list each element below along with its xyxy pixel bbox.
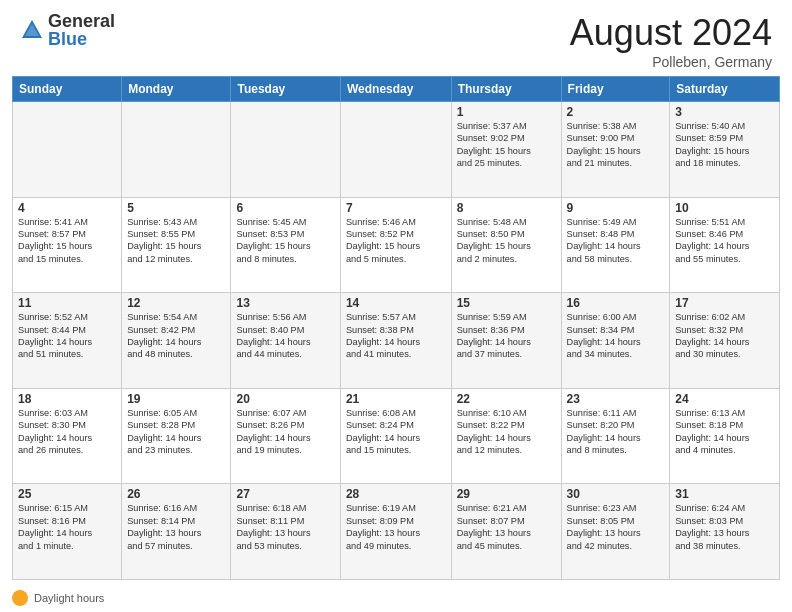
logo-general: General (48, 12, 115, 30)
day-info: Sunrise: 6:00 AM Sunset: 8:34 PM Dayligh… (567, 311, 665, 361)
calendar-cell: 24Sunrise: 6:13 AM Sunset: 8:18 PM Dayli… (670, 388, 780, 484)
calendar-cell: 4Sunrise: 5:41 AM Sunset: 8:57 PM Daylig… (13, 197, 122, 293)
day-header-saturday: Saturday (670, 77, 780, 102)
day-info: Sunrise: 6:15 AM Sunset: 8:16 PM Dayligh… (18, 502, 116, 552)
day-number: 14 (346, 296, 446, 310)
day-number: 29 (457, 487, 556, 501)
day-number: 16 (567, 296, 665, 310)
week-row-1: 1Sunrise: 5:37 AM Sunset: 9:02 PM Daylig… (13, 102, 780, 198)
calendar-cell: 30Sunrise: 6:23 AM Sunset: 8:05 PM Dayli… (561, 484, 670, 580)
day-info: Sunrise: 5:59 AM Sunset: 8:36 PM Dayligh… (457, 311, 556, 361)
day-info: Sunrise: 6:08 AM Sunset: 8:24 PM Dayligh… (346, 407, 446, 457)
calendar-cell: 16Sunrise: 6:00 AM Sunset: 8:34 PM Dayli… (561, 293, 670, 389)
calendar-cell: 6Sunrise: 5:45 AM Sunset: 8:53 PM Daylig… (231, 197, 340, 293)
day-info: Sunrise: 5:52 AM Sunset: 8:44 PM Dayligh… (18, 311, 116, 361)
footer-label: Daylight hours (34, 592, 104, 604)
day-number: 3 (675, 105, 774, 119)
calendar-cell: 7Sunrise: 5:46 AM Sunset: 8:52 PM Daylig… (340, 197, 451, 293)
logo-blue: Blue (48, 30, 115, 48)
day-info: Sunrise: 5:54 AM Sunset: 8:42 PM Dayligh… (127, 311, 225, 361)
calendar-cell: 2Sunrise: 5:38 AM Sunset: 9:00 PM Daylig… (561, 102, 670, 198)
calendar-cell: 19Sunrise: 6:05 AM Sunset: 8:28 PM Dayli… (122, 388, 231, 484)
day-number: 5 (127, 201, 225, 215)
day-info: Sunrise: 6:21 AM Sunset: 8:07 PM Dayligh… (457, 502, 556, 552)
calendar-cell: 1Sunrise: 5:37 AM Sunset: 9:02 PM Daylig… (451, 102, 561, 198)
day-number: 7 (346, 201, 446, 215)
calendar-cell: 5Sunrise: 5:43 AM Sunset: 8:55 PM Daylig… (122, 197, 231, 293)
header: General Blue August 2024 Polleben, Germa… (0, 0, 792, 76)
logo-icon (20, 18, 44, 42)
week-row-5: 25Sunrise: 6:15 AM Sunset: 8:16 PM Dayli… (13, 484, 780, 580)
day-info: Sunrise: 5:41 AM Sunset: 8:57 PM Dayligh… (18, 216, 116, 266)
day-number: 12 (127, 296, 225, 310)
day-number: 4 (18, 201, 116, 215)
calendar-cell: 31Sunrise: 6:24 AM Sunset: 8:03 PM Dayli… (670, 484, 780, 580)
week-row-2: 4Sunrise: 5:41 AM Sunset: 8:57 PM Daylig… (13, 197, 780, 293)
calendar-cell (340, 102, 451, 198)
day-number: 23 (567, 392, 665, 406)
day-info: Sunrise: 5:38 AM Sunset: 9:00 PM Dayligh… (567, 120, 665, 170)
day-info: Sunrise: 5:45 AM Sunset: 8:53 PM Dayligh… (236, 216, 334, 266)
day-number: 8 (457, 201, 556, 215)
day-header-monday: Monday (122, 77, 231, 102)
sun-icon (12, 590, 28, 606)
day-number: 15 (457, 296, 556, 310)
day-number: 11 (18, 296, 116, 310)
day-info: Sunrise: 5:48 AM Sunset: 8:50 PM Dayligh… (457, 216, 556, 266)
calendar-table: SundayMondayTuesdayWednesdayThursdayFrid… (12, 76, 780, 580)
calendar-cell: 18Sunrise: 6:03 AM Sunset: 8:30 PM Dayli… (13, 388, 122, 484)
day-number: 9 (567, 201, 665, 215)
day-info: Sunrise: 5:56 AM Sunset: 8:40 PM Dayligh… (236, 311, 334, 361)
calendar-cell: 25Sunrise: 6:15 AM Sunset: 8:16 PM Dayli… (13, 484, 122, 580)
calendar-cell (122, 102, 231, 198)
logo: General Blue (20, 12, 115, 48)
day-number: 19 (127, 392, 225, 406)
day-number: 18 (18, 392, 116, 406)
day-number: 27 (236, 487, 334, 501)
day-info: Sunrise: 5:43 AM Sunset: 8:55 PM Dayligh… (127, 216, 225, 266)
day-info: Sunrise: 5:51 AM Sunset: 8:46 PM Dayligh… (675, 216, 774, 266)
calendar-cell: 20Sunrise: 6:07 AM Sunset: 8:26 PM Dayli… (231, 388, 340, 484)
footer: Daylight hours (0, 588, 792, 612)
header-row: SundayMondayTuesdayWednesdayThursdayFrid… (13, 77, 780, 102)
day-number: 31 (675, 487, 774, 501)
day-number: 28 (346, 487, 446, 501)
day-number: 21 (346, 392, 446, 406)
calendar: SundayMondayTuesdayWednesdayThursdayFrid… (0, 76, 792, 588)
day-number: 30 (567, 487, 665, 501)
day-number: 10 (675, 201, 774, 215)
day-info: Sunrise: 6:07 AM Sunset: 8:26 PM Dayligh… (236, 407, 334, 457)
day-number: 25 (18, 487, 116, 501)
calendar-cell: 14Sunrise: 5:57 AM Sunset: 8:38 PM Dayli… (340, 293, 451, 389)
day-info: Sunrise: 5:49 AM Sunset: 8:48 PM Dayligh… (567, 216, 665, 266)
calendar-cell: 21Sunrise: 6:08 AM Sunset: 8:24 PM Dayli… (340, 388, 451, 484)
week-row-4: 18Sunrise: 6:03 AM Sunset: 8:30 PM Dayli… (13, 388, 780, 484)
day-info: Sunrise: 6:05 AM Sunset: 8:28 PM Dayligh… (127, 407, 225, 457)
day-info: Sunrise: 6:02 AM Sunset: 8:32 PM Dayligh… (675, 311, 774, 361)
day-info: Sunrise: 6:24 AM Sunset: 8:03 PM Dayligh… (675, 502, 774, 552)
day-info: Sunrise: 6:10 AM Sunset: 8:22 PM Dayligh… (457, 407, 556, 457)
logo-text: General Blue (48, 12, 115, 48)
day-header-tuesday: Tuesday (231, 77, 340, 102)
day-info: Sunrise: 6:03 AM Sunset: 8:30 PM Dayligh… (18, 407, 116, 457)
day-info: Sunrise: 6:16 AM Sunset: 8:14 PM Dayligh… (127, 502, 225, 552)
day-info: Sunrise: 6:11 AM Sunset: 8:20 PM Dayligh… (567, 407, 665, 457)
calendar-cell: 17Sunrise: 6:02 AM Sunset: 8:32 PM Dayli… (670, 293, 780, 389)
calendar-cell: 12Sunrise: 5:54 AM Sunset: 8:42 PM Dayli… (122, 293, 231, 389)
calendar-cell: 13Sunrise: 5:56 AM Sunset: 8:40 PM Dayli… (231, 293, 340, 389)
calendar-cell (231, 102, 340, 198)
title-area: August 2024 Polleben, Germany (570, 12, 772, 70)
day-info: Sunrise: 6:23 AM Sunset: 8:05 PM Dayligh… (567, 502, 665, 552)
day-number: 20 (236, 392, 334, 406)
calendar-cell: 28Sunrise: 6:19 AM Sunset: 8:09 PM Dayli… (340, 484, 451, 580)
day-info: Sunrise: 5:46 AM Sunset: 8:52 PM Dayligh… (346, 216, 446, 266)
day-number: 1 (457, 105, 556, 119)
day-header-wednesday: Wednesday (340, 77, 451, 102)
calendar-cell: 27Sunrise: 6:18 AM Sunset: 8:11 PM Dayli… (231, 484, 340, 580)
day-info: Sunrise: 5:57 AM Sunset: 8:38 PM Dayligh… (346, 311, 446, 361)
day-number: 17 (675, 296, 774, 310)
month-title: August 2024 (570, 12, 772, 54)
day-info: Sunrise: 5:40 AM Sunset: 8:59 PM Dayligh… (675, 120, 774, 170)
calendar-cell: 29Sunrise: 6:21 AM Sunset: 8:07 PM Dayli… (451, 484, 561, 580)
day-number: 24 (675, 392, 774, 406)
